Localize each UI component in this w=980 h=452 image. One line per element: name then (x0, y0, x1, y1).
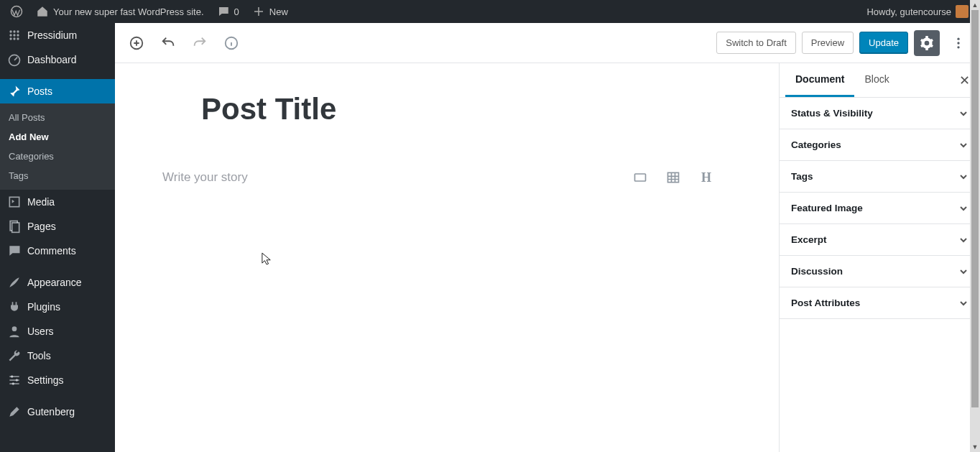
chevron-down-icon (958, 267, 969, 277)
pressidium-icon (7, 28, 22, 42)
menu-label: Comments (27, 245, 76, 257)
menu-label: Pages (27, 221, 56, 232)
svg-point-7 (9, 37, 11, 40)
svg-point-16 (16, 379, 18, 381)
panel-title: Post Attributes (791, 298, 860, 308)
submenu-tags[interactable]: Tags (0, 166, 115, 185)
plus-icon (252, 5, 265, 18)
comment-icon (217, 5, 230, 18)
page-scrollbar[interactable]: ▲ ▼ (970, 0, 980, 452)
svg-point-1 (9, 30, 11, 32)
svg-point-5 (13, 34, 15, 36)
menu-plugins[interactable]: Plugins (0, 295, 115, 319)
tab-document[interactable]: Document (785, 63, 854, 97)
add-block-button[interactable] (124, 30, 149, 56)
block-placeholder[interactable]: Write your story (162, 170, 248, 185)
settings-toggle-button[interactable] (914, 30, 940, 56)
svg-point-10 (9, 55, 20, 65)
panel-excerpt[interactable]: Excerpt (780, 224, 980, 256)
brush-icon (7, 275, 22, 290)
update-button[interactable]: Update (859, 32, 908, 54)
switch-to-draft-button[interactable]: Switch to Draft (716, 32, 796, 54)
panel-title: Categories (791, 139, 841, 150)
menu-gutenberg[interactable]: Gutenberg (0, 400, 115, 424)
comments-icon (7, 244, 22, 258)
menu-tools[interactable]: Tools (0, 343, 115, 368)
menu-label: Media (27, 196, 55, 208)
comments-count: 0 (234, 6, 239, 17)
svg-point-3 (17, 30, 19, 32)
menu-label: Pressidium (27, 29, 77, 41)
heading-block-shortcut[interactable]: H (698, 170, 714, 185)
menu-media[interactable]: Media (0, 190, 115, 214)
new-content-menu[interactable]: New (246, 0, 294, 23)
chevron-down-icon (958, 203, 969, 213)
pages-icon (7, 219, 22, 234)
svg-point-4 (9, 34, 11, 36)
submenu-posts: All Posts Add New Categories Tags (0, 103, 115, 190)
menu-label: Settings (27, 374, 64, 386)
redo-button[interactable] (187, 30, 213, 56)
panel-tags[interactable]: Tags (780, 161, 980, 193)
comments-menu[interactable]: 0 (211, 0, 245, 23)
panel-title: Status & Visibility (791, 108, 873, 119)
wrench-icon (7, 349, 22, 363)
svg-point-2 (13, 30, 15, 32)
panel-featured-image[interactable]: Featured Image (780, 193, 980, 224)
content-info-button[interactable] (218, 30, 244, 56)
menu-label: Users (27, 326, 54, 337)
plug-icon (7, 300, 22, 314)
preview-button[interactable]: Preview (802, 32, 854, 54)
panel-discussion[interactable]: Discussion (780, 256, 980, 287)
panel-categories[interactable]: Categories (780, 129, 980, 161)
post-title-input[interactable]: Post Title (201, 92, 736, 126)
site-name-menu[interactable]: Your new super fast WordPress site. (30, 0, 210, 23)
submenu-categories[interactable]: Categories (0, 147, 115, 166)
menu-comments[interactable]: Comments (0, 239, 115, 263)
editor-canvas[interactable]: Post Title Write your story H (115, 63, 779, 452)
tab-block[interactable]: Block (854, 63, 899, 97)
chevron-down-icon (958, 298, 969, 308)
svg-rect-13 (12, 223, 19, 232)
submenu-add-new[interactable]: Add New (0, 127, 115, 147)
chevron-down-icon (958, 172, 969, 182)
menu-dashboard[interactable]: Dashboard (0, 47, 115, 72)
menu-users[interactable]: Users (0, 319, 115, 343)
menu-label: Appearance (27, 277, 82, 288)
new-label: New (269, 6, 288, 17)
svg-point-20 (957, 37, 959, 40)
panel-status-visibility[interactable]: Status & Visibility (780, 98, 980, 129)
svg-point-15 (11, 375, 13, 377)
menu-label: Posts (27, 86, 52, 97)
more-options-button[interactable] (946, 30, 971, 56)
panel-title: Excerpt (791, 234, 827, 245)
menu-pages[interactable]: Pages (0, 214, 115, 239)
howdy-label: Howdy, gutencourse (866, 6, 951, 17)
menu-settings[interactable]: Settings (0, 368, 115, 392)
image-block-shortcut[interactable] (632, 170, 648, 185)
menu-label: Gutenberg (27, 406, 75, 418)
menu-appearance[interactable]: Appearance (0, 270, 115, 295)
undo-button[interactable] (155, 30, 181, 56)
chevron-down-icon (958, 109, 969, 119)
editor-toolbar: Switch to Draft Preview Update (115, 23, 980, 63)
panel-title: Featured Image (791, 203, 863, 213)
menu-label: Plugins (27, 301, 60, 313)
svg-rect-23 (635, 174, 646, 181)
settings-sidebar: Document Block ✕ Status & Visibility Cat… (779, 63, 980, 452)
pin-icon (7, 84, 22, 98)
svg-rect-24 (668, 172, 679, 182)
menu-posts[interactable]: Posts (0, 79, 115, 103)
panel-post-attributes[interactable]: Post Attributes (780, 287, 980, 319)
menu-pressidium[interactable]: Pressidium (0, 23, 115, 47)
table-block-shortcut[interactable] (665, 170, 681, 185)
media-icon (7, 195, 22, 209)
account-menu[interactable]: Howdy, gutencourse (861, 0, 974, 23)
mouse-cursor-icon (262, 252, 272, 266)
submenu-all-posts[interactable]: All Posts (0, 108, 115, 127)
admin-sidebar: Pressidium Dashboard Posts All Posts Add… (0, 23, 115, 452)
svg-point-9 (17, 37, 19, 40)
wp-logo-menu[interactable] (4, 0, 29, 23)
user-icon (7, 324, 22, 338)
svg-rect-11 (9, 197, 19, 206)
